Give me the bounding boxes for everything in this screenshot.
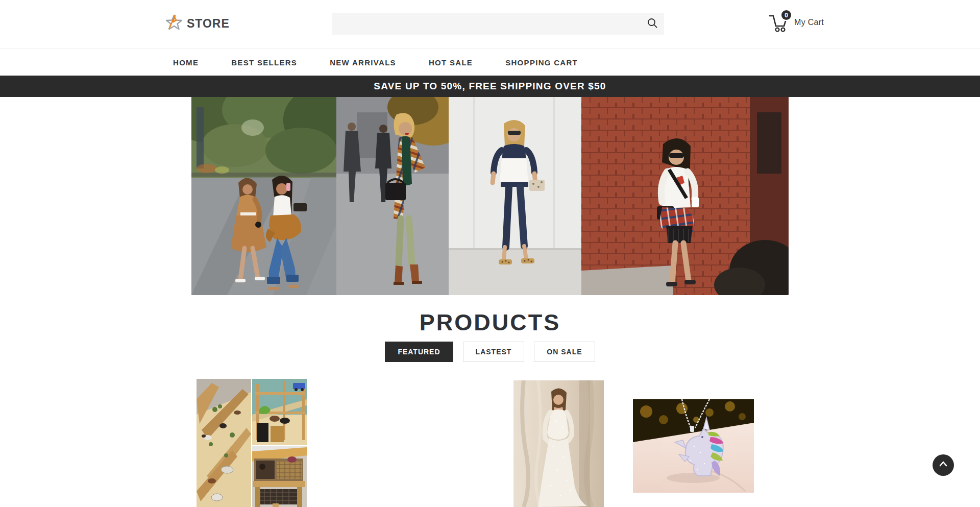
hero-banner bbox=[191, 97, 789, 295]
nav-item-best-sellers[interactable]: BEST SELLERS bbox=[231, 58, 297, 67]
nav-item-shopping-cart[interactable]: SHOPPING CART bbox=[505, 58, 578, 67]
nav-item-home[interactable]: HOME bbox=[173, 58, 199, 67]
product-item-blank[interactable] bbox=[357, 379, 468, 507]
product-item-unicorn-necklace[interactable] bbox=[633, 399, 754, 493]
scroll-to-top-button[interactable] bbox=[933, 454, 954, 476]
search-button[interactable] bbox=[641, 13, 664, 35]
cart-label: My Cart bbox=[794, 18, 824, 27]
hero-photo-plaid-poncho bbox=[336, 97, 449, 295]
search-input[interactable] bbox=[332, 13, 641, 35]
search-bar bbox=[332, 13, 664, 35]
product-item-wedding-dress[interactable] bbox=[513, 380, 604, 507]
store-logo-text: STORE bbox=[187, 17, 230, 31]
filter-featured-button[interactable]: FEATURED bbox=[385, 342, 453, 362]
hero-photo-colorblock bbox=[449, 97, 581, 295]
filter-lastest-button[interactable]: LASTEST bbox=[463, 342, 525, 362]
store-logo[interactable]: STORE bbox=[165, 13, 230, 34]
nav-item-hot-sale[interactable]: HOT SALE bbox=[429, 58, 473, 67]
star-logo-icon bbox=[165, 13, 183, 34]
cart-icon bbox=[767, 27, 789, 35]
product-filters: FEATURED LASTEST ON SALE bbox=[0, 342, 980, 362]
header: STORE bbox=[0, 0, 980, 49]
filter-on-sale-button[interactable]: ON SALE bbox=[534, 342, 595, 362]
chevron-up-icon bbox=[938, 458, 949, 472]
promo-banner: SAVE UP TO 50%, FREE SHIPPING OVER $50 bbox=[0, 76, 980, 97]
my-cart[interactable]: 0 My Cart bbox=[767, 11, 824, 34]
main-nav: HOME BEST SELLERS NEW ARRIVALS HOT SALE … bbox=[0, 49, 980, 76]
search-icon bbox=[646, 17, 658, 31]
product-item-guinea-pig-cage[interactable] bbox=[197, 379, 307, 507]
promo-banner-text: SAVE UP TO 50%, FREE SHIPPING OVER $50 bbox=[374, 81, 606, 92]
storefront-page: STORE bbox=[0, 0, 980, 507]
hero-photo-plaid-waist bbox=[581, 97, 789, 295]
cart-count-badge: 0 bbox=[780, 9, 792, 21]
nav-item-new-arrivals[interactable]: NEW ARRIVALS bbox=[330, 58, 396, 67]
hero-photo-street-duo bbox=[191, 97, 336, 295]
products-section-title: PRODUCTS bbox=[0, 309, 980, 336]
